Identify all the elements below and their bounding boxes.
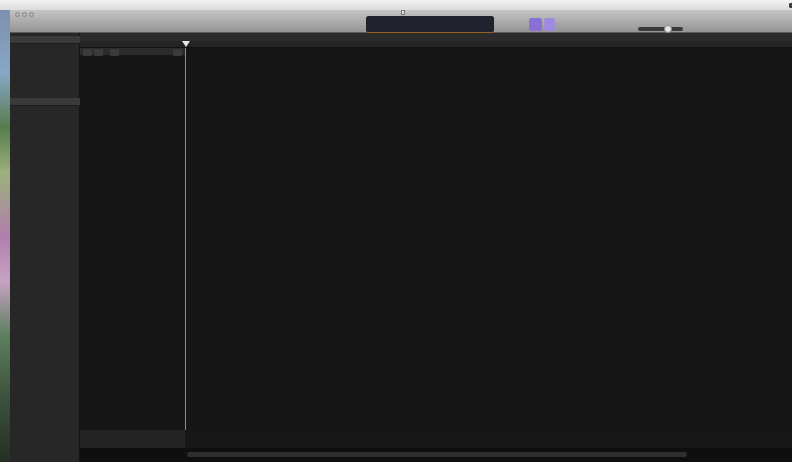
badge-x14[interactable]: [529, 18, 542, 31]
playhead-line[interactable]: [185, 48, 186, 430]
inspector-panel: [10, 33, 80, 462]
track-inspector-header[interactable]: [10, 98, 80, 106]
screen: [0, 0, 792, 462]
record-button[interactable]: [346, 18, 364, 31]
forward-button[interactable]: [288, 18, 306, 31]
add-track-button[interactable]: [83, 49, 92, 56]
rewind-button[interactable]: [268, 18, 286, 31]
logic-window-titlebar: [10, 10, 792, 33]
stop-button[interactable]: [307, 18, 325, 31]
desktop-wallpaper-strip: [0, 10, 10, 462]
play-button[interactable]: [327, 18, 345, 31]
more-disclosure[interactable]: [10, 90, 80, 98]
track-list-icon[interactable]: [94, 49, 103, 56]
macos-menu-bar: [0, 0, 792, 10]
master-volume-slider[interactable]: [638, 27, 683, 31]
master-solo-button[interactable]: [110, 49, 119, 56]
empty-track-area: [185, 430, 792, 448]
tracks-area-toolbar: [80, 33, 792, 41]
timeline-ruler[interactable]: [185, 41, 792, 48]
ruler-left-pad: [80, 41, 185, 48]
header-zoom-icon[interactable]: [173, 49, 182, 56]
horizontal-scrollbar[interactable]: [80, 448, 792, 462]
region-inspector-header[interactable]: [10, 36, 80, 44]
empty-header-area: [80, 430, 185, 448]
playhead-marker[interactable]: [182, 41, 190, 47]
scrollbar-handle[interactable]: [187, 452, 687, 457]
volume-knob[interactable]: [664, 25, 672, 33]
track-headers-toolbar: [80, 48, 185, 56]
badge-a[interactable]: [544, 18, 555, 31]
transport-controls: [268, 18, 364, 31]
lcd-display[interactable]: [366, 16, 494, 33]
document-icon: [401, 10, 405, 15]
